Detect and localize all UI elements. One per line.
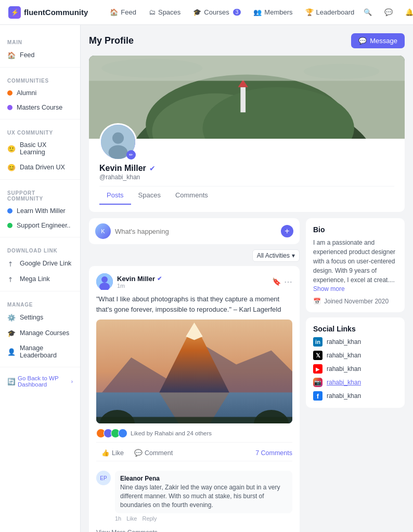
sidebar-section-ux: UX COMMUNITY [0,124,80,138]
twitter-icon: 𝕏 [313,351,322,360]
avatar-edit-button[interactable]: ✏ [126,150,136,159]
comment-reply-1[interactable]: Reply [142,515,157,522]
sidebar-item-feed[interactable]: 🏠 Feed [0,47,80,63]
alumni-dot [7,90,12,96]
calendar-icon: 📅 [313,298,321,305]
spaces-icon: 🗂 [149,8,156,16]
comment-author-1: Eleanor Pena [120,475,287,482]
divider-3 [0,179,80,180]
nav-courses[interactable]: 🎓 Courses 3 [188,5,246,19]
profile-handle: @rahabi_khan [99,174,394,181]
masters-dot [7,105,12,110]
sidebar-section-download: DOWNLOAD LINK [0,242,80,256]
arrow-icon-2: ↗ [6,273,18,285]
wp-icon: 🔄 [7,378,16,385]
sidebar-item-manage-leaderboard[interactable]: 👤 Manage Leaderboard [0,341,80,363]
search-button[interactable]: 🔍 [359,4,376,21]
post-1-author: Kevin Miller ✔ 1m [96,273,162,290]
nav-links: 🏠 Feed 🗂 Spaces 🎓 Courses 3 👥 Members 🏆 … [105,5,359,19]
sidebar-item-wp-dashboard[interactable]: 🔄 Go Back to WP Dashboard › [0,371,80,391]
bio-card: Bio I am a passionate and experienced pr… [306,218,405,312]
sidebar-item-alumni[interactable]: Alumni [0,86,80,100]
profile-tabs: Posts Spaces Comments [99,186,394,205]
courses-badge: 3 [233,9,241,16]
nav-members[interactable]: 👥 Members [248,5,298,19]
comment-text-1: Nine days later, Zakir led the way once … [120,483,287,509]
divider-1 [0,67,80,68]
chevron-down-icon: ▾ [292,252,295,259]
sidebar-item-settings[interactable]: ⚙️ Settings [0,310,80,325]
tab-spaces[interactable]: Spaces [131,187,168,205]
social-twitter[interactable]: 𝕏 rahabi_khan [313,351,397,360]
tab-posts[interactable]: Posts [99,187,131,205]
composer-add-button[interactable]: + [281,225,293,237]
social-links-card: Social Links in rahabi_khan 𝕏 rahabi_kha… [306,317,405,408]
linkedin-icon: in [313,337,322,347]
comment-actions-1: 1h Like Reply [115,515,292,522]
like-button-1[interactable]: 👍 Like [96,447,129,459]
chat-button[interactable]: 💬 [380,4,397,21]
comment-like-1[interactable]: Like [126,515,137,522]
profile-card: ✏ Kevin Miller ✔ @rahabi_khan Posts Spac… [89,56,405,212]
divider-4 [0,237,80,237]
sidebar-item-basic-ux[interactable]: 🙂 Basic UX Learning [0,138,80,159]
logo[interactable]: ⚡ fluentCommunity [8,6,88,19]
message-icon: 💬 [358,37,367,45]
sidebar-item-support-engineer[interactable]: Support Engineer.. [0,218,80,233]
post-1-avatar [96,273,113,290]
arrow-icon-1: ↗ [6,258,18,270]
sidebar-item-data-driven-ux[interactable]: 😊 Data Driven UX [0,159,80,175]
courses-icon: 🎓 [7,329,16,337]
sidebar-item-masters-course[interactable]: Masters Course [0,100,80,115]
social-linkedin[interactable]: in rahabi_khan [313,337,397,347]
page-header: My Profile 💬 Message [89,33,405,48]
comment-icon-1: 💬 [134,449,143,457]
tab-comments[interactable]: Comments [168,187,215,205]
sidebar-section-communities: COMMUNITIES [0,72,80,86]
profile-name: Kevin Miller [99,164,146,173]
data-ux-icon: 😊 [7,163,16,171]
support-dot [7,223,12,228]
more-icon-1[interactable]: ⋯ [284,277,292,287]
social-youtube[interactable]: ▶ rahabi_khan [313,364,397,374]
bookmark-icon-1[interactable]: 🔖 [272,277,281,286]
sidebar-item-learn-miller[interactable]: Learn With Miller [0,204,80,218]
bio-show-more[interactable]: Show more [313,285,345,292]
page-layout: MAIN 🏠 Feed COMMUNITIES Alumni Masters C… [0,0,413,532]
verified-badge: ✔ [149,164,156,172]
content-columns: K + All Activities ▾ [89,218,405,532]
post-1-time: 1m [117,283,162,289]
facebook-icon: f [313,391,322,401]
svg-point-14 [112,132,124,144]
sidebar-item-mega-link[interactable]: ↗ Mega Link [0,271,80,287]
courses-icon: 🎓 [193,8,201,16]
message-button[interactable]: 💬 Message [351,33,405,48]
social-instagram[interactable]: 📷 rahabi_khan [313,378,397,387]
like-icon-1: 👍 [101,449,110,457]
divider-2 [0,119,80,119]
sidebar-section-manage: MANAGE [0,296,80,310]
comment-button-1[interactable]: 💬 Comment [129,447,178,459]
sidebar-section-main: MAIN [0,33,80,47]
nav-leaderboard[interactable]: 🏆 Leaderboard [300,5,360,19]
comments-count-1[interactable]: 7 Comments [255,449,292,457]
nav-spaces[interactable]: 🗂 Spaces [144,5,186,19]
post-1-comments: EP Eleanor Pena Nine days later, Zakir l… [96,461,292,532]
comment-item: EP Eleanor Pena Nine days later, Zakir l… [96,467,292,526]
activities-filter[interactable]: All Activities ▾ [252,249,300,262]
post-1-verified: ✔ [157,275,162,282]
notifications-button[interactable]: 🔔 [401,4,413,21]
composer-input[interactable] [115,228,277,235]
view-more-comments[interactable]: View More Comments [96,526,292,532]
logo-icon: ⚡ [8,6,21,19]
post-1-likes-text: Liked by Rahabi and 24 others [131,430,212,436]
like-avatars [96,429,127,438]
sidebar: MAIN 🏠 Feed COMMUNITIES Alumni Masters C… [0,25,81,532]
sidebar-item-manage-courses[interactable]: 🎓 Manage Courses [0,325,80,341]
social-facebook[interactable]: f rahabi_khan [313,391,397,401]
sidebar-item-google-drive[interactable]: ↗ Google Drive Link [0,256,80,271]
top-navigation: ⚡ fluentCommunity 🏠 Feed 🗂 Spaces 🎓 Cour… [0,0,413,25]
composer-avatar: K [95,223,111,239]
nav-feed[interactable]: 🏠 Feed [105,5,141,19]
profile-info: ✏ Kevin Miller ✔ @rahabi_khan Posts Spac… [89,139,405,212]
